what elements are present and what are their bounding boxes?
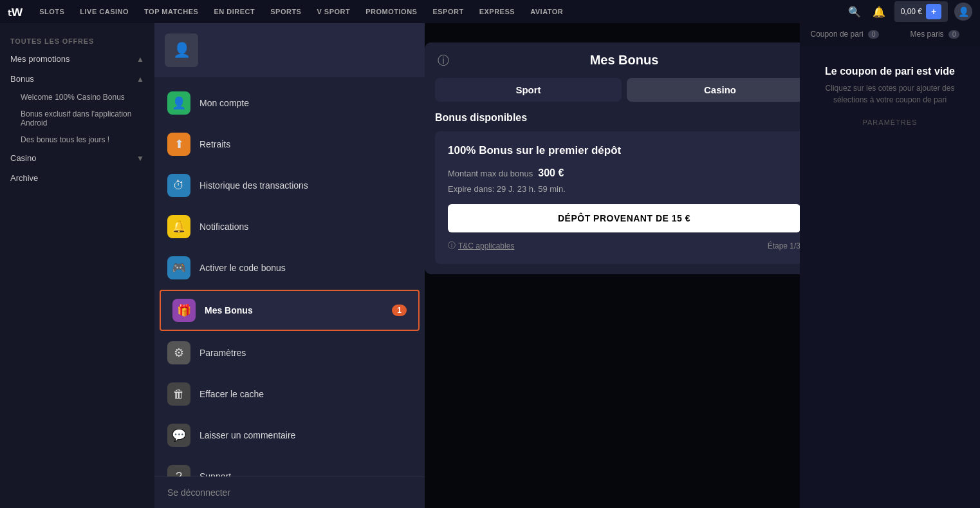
- site-logo[interactable]: ₜw: [8, 3, 23, 20]
- tab-sport[interactable]: Sport: [435, 78, 622, 102]
- bonus-modal-header: ⓘ Mes Bonus ✕: [425, 42, 800, 78]
- bonus-code-icon: 🎮: [167, 256, 190, 279]
- empty-coupon-title: Le coupon de pari est vide: [825, 66, 955, 77]
- notifications-icon[interactable]: 🔔: [870, 3, 888, 21]
- deposit-button[interactable]: DÉPÔT PROVENANT DE 15 €: [448, 204, 800, 232]
- bonus-card-title: 100% Bonus sur le premier dépôt: [448, 144, 800, 157]
- mes-bonus-icon: 🎁: [172, 299, 196, 322]
- sidebar-section-title: TOUTES LES OFFRES: [0, 33, 154, 49]
- nav-esport[interactable]: ESPORT: [426, 0, 470, 23]
- sidebar-item-daily-bonus[interactable]: Des bonus tous les jours !: [0, 131, 154, 148]
- tab-coupon-de-pari[interactable]: Coupon de pari 0: [800, 23, 890, 46]
- sidebar-label: Mes promotions: [10, 54, 69, 64]
- bonus-modal-body: Bonus disponibles 100% Bonus sur le prem…: [425, 112, 800, 274]
- notifications-bell-icon: 🔔: [167, 215, 190, 238]
- side-menu-notifications[interactable]: 🔔 Notifications: [154, 206, 425, 247]
- add-funds-button[interactable]: +: [926, 4, 941, 19]
- historique-label: Historique des transactions: [199, 180, 308, 191]
- params-label: PARAMÈTRES: [863, 118, 918, 126]
- parametres-label: Paramètres: [199, 348, 246, 358]
- commentaire-label: Laisser un commentaire: [199, 430, 295, 440]
- side-menu-parametres[interactable]: ⚙ Paramètres: [154, 332, 425, 373]
- retraits-label: Retraits: [199, 139, 230, 149]
- side-menu-header: 👤: [154, 23, 425, 77]
- mes-bonus-badge: 1: [392, 305, 407, 316]
- bonus-tabs: Sport Casino: [425, 78, 800, 112]
- coupon-count: 0: [868, 30, 880, 39]
- sidebar-item-bonus[interactable]: Bonus ▲: [0, 69, 154, 89]
- right-content: Le coupon de pari est vide Cliquez sur l…: [800, 46, 980, 508]
- info-icon[interactable]: ⓘ: [438, 53, 449, 68]
- nav-right-controls: 🔍 🔔 0,00 € + 👤: [846, 1, 972, 22]
- nav-live-casino[interactable]: LIVE CASINO: [73, 0, 135, 23]
- nav-en-direct[interactable]: EN DIRECT: [207, 0, 261, 23]
- sidebar-label: Casino: [10, 153, 36, 163]
- side-menu-panel: 👤 👤 Mon compte ⬆ Retraits ⏱ Historique d…: [154, 23, 425, 508]
- chevron-up-icon: ▲: [136, 55, 144, 64]
- nav-slots[interactable]: SLOTS: [33, 0, 71, 23]
- tab-casino[interactable]: Casino: [627, 78, 800, 102]
- bonus-modal: ⓘ Mes Bonus ✕ Sport Casino Bonus disponi…: [425, 42, 800, 274]
- balance-amount: 0,00 €: [901, 7, 922, 16]
- mon-compte-label: Mon compte: [199, 98, 249, 108]
- coupon-tab-label: Coupon de pari: [811, 30, 864, 39]
- nav-express[interactable]: EXPRESS: [473, 0, 521, 23]
- left-sidebar: TOUTES LES OFFRES Mes promotions ▲ Bonus…: [0, 23, 154, 508]
- user-menu-button[interactable]: 👤: [954, 3, 972, 21]
- retraits-icon: ⬆: [167, 133, 190, 156]
- main-layout: TOUTES LES OFFRES Mes promotions ▲ Bonus…: [0, 23, 980, 508]
- info-circle-icon: ⓘ: [448, 240, 456, 251]
- commentaire-icon: 💬: [167, 424, 190, 447]
- sidebar-item-archive[interactable]: Archive: [0, 168, 154, 188]
- bonus-card: 100% Bonus sur le premier dépôt Montant …: [435, 131, 800, 264]
- chevron-up-icon: ▲: [136, 75, 144, 84]
- sidebar-item-casino[interactable]: Casino ▼: [0, 148, 154, 168]
- nav-v-sport[interactable]: V SPORT: [310, 0, 356, 23]
- side-menu-mes-bonus[interactable]: 🎁 Mes Bonus 1: [160, 290, 420, 331]
- balance-display: 0,00 € +: [894, 1, 948, 22]
- side-menu-support[interactable]: ? Support: [154, 456, 425, 476]
- sidebar-item-welcome-bonus[interactable]: Welcome 100% Casino Bonus: [0, 89, 154, 106]
- side-menu-effacer-cache[interactable]: 🗑 Effacer le cache: [154, 373, 425, 415]
- mes-paris-tab-label: Mes paris: [911, 30, 944, 39]
- activer-code-label: Activer le code bonus: [199, 263, 286, 273]
- bonus-tc: ⓘ T&C applicables: [448, 240, 514, 251]
- bonus-footer: ⓘ T&C applicables Étape 1/3: [448, 240, 800, 251]
- bonus-step: Étape 1/3: [768, 241, 800, 250]
- side-menu-list: 👤 Mon compte ⬆ Retraits ⏱ Historique des…: [154, 77, 425, 476]
- sidebar-item-mes-promotions[interactable]: Mes promotions ▲: [0, 49, 154, 69]
- historique-icon: ⏱: [167, 174, 190, 197]
- notifications-label: Notifications: [199, 221, 248, 232]
- support-label: Support: [199, 471, 231, 476]
- bonus-available-title: Bonus disponibles: [435, 112, 800, 124]
- side-menu-commentaire[interactable]: 💬 Laisser un commentaire: [154, 415, 425, 456]
- tab-mes-paris[interactable]: Mes paris 0: [890, 23, 980, 46]
- nav-aviator[interactable]: AVIATOR: [524, 0, 569, 23]
- parametres-icon: ⚙: [167, 341, 190, 364]
- bonus-modal-title: Mes Bonus: [590, 53, 659, 68]
- user-account-icon: 👤: [167, 91, 190, 115]
- side-menu-historique[interactable]: ⏱ Historique des transactions: [154, 165, 425, 206]
- bonus-max-value: 300 €: [538, 167, 564, 179]
- bonus-max-label: Montant max du bonus: [448, 169, 533, 178]
- empty-coupon-desc: Cliquez sur les cotes pour ajouter des s…: [810, 82, 970, 106]
- main-content: 👤 👤 Mon compte ⬆ Retraits ⏱ Historique d…: [154, 23, 800, 508]
- bonus-expire: Expire dans: 29 J. 23 h. 59 min.: [448, 184, 800, 194]
- nav-top-matches[interactable]: TOP MATCHES: [138, 0, 205, 23]
- side-menu-activer-code[interactable]: 🎮 Activer le code bonus: [154, 247, 425, 288]
- logout-button[interactable]: Se déconnecter: [154, 476, 425, 508]
- sidebar-label: Bonus: [10, 74, 34, 84]
- bonus-max-row: Montant max du bonus 300 €: [448, 167, 800, 179]
- side-menu-retraits[interactable]: ⬆ Retraits: [154, 124, 425, 165]
- mes-bonus-label: Mes Bonus: [205, 305, 253, 315]
- tc-link[interactable]: T&C applicables: [458, 241, 514, 250]
- paris-count: 0: [948, 30, 960, 39]
- cache-icon: 🗑: [167, 382, 190, 406]
- nav-sports[interactable]: SPORTS: [264, 0, 308, 23]
- search-icon[interactable]: 🔍: [846, 3, 864, 21]
- side-menu-mon-compte[interactable]: 👤 Mon compte: [154, 82, 425, 124]
- nav-promotions[interactable]: PROMOTIONS: [359, 0, 423, 23]
- user-avatar[interactable]: 👤: [165, 33, 198, 67]
- effacer-cache-label: Effacer le cache: [199, 389, 264, 399]
- sidebar-item-android-bonus[interactable]: Bonus exclusif dans l'application Androi…: [0, 106, 154, 131]
